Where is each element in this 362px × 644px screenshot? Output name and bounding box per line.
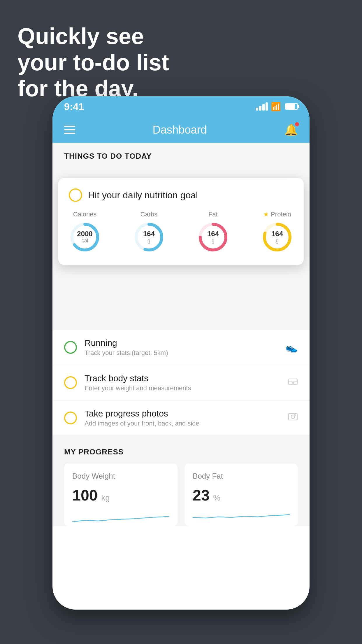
- carbs-label: Carbs: [140, 211, 158, 218]
- phone-mockup: 9:41 📶 Dashboard 🔔 THINGS TO: [52, 96, 310, 610]
- headline-line2: your to-do list: [17, 50, 169, 76]
- wifi-icon: 📶: [271, 102, 281, 111]
- progress-card-fat: Body Fat 23 %: [184, 463, 298, 526]
- fat-value: 164: [207, 230, 219, 238]
- stat-protein: ★ Protein 164 g: [261, 211, 293, 253]
- nutrition-check-circle: [69, 188, 82, 202]
- section-header: THINGS TO DO TODAY: [52, 143, 310, 167]
- notification-dot: [295, 122, 299, 126]
- stat-calories: Calories 2000 cal: [69, 211, 101, 253]
- status-icons: 📶: [256, 102, 298, 111]
- content-area: THINGS TO DO TODAY Hit your daily nutrit…: [52, 143, 310, 526]
- fat-donut: 164 g: [197, 221, 229, 253]
- photo-icon: [288, 412, 298, 424]
- headline-line1: Quickly see: [17, 23, 169, 50]
- todo-item-body-stats[interactable]: Track body stats Enter your weight and m…: [52, 365, 310, 400]
- scale-icon: [288, 377, 298, 389]
- todo-name-body-stats: Track body stats: [85, 373, 280, 383]
- todo-circle-photos: [64, 412, 77, 424]
- nutrition-stats: Calories 2000 cal Carbs: [69, 211, 293, 253]
- progress-section: MY PROGRESS Body Weight 100 kg: [52, 436, 310, 526]
- calories-unit: cal: [77, 238, 92, 244]
- todo-circle-running: [64, 341, 77, 354]
- protein-label: ★ Protein: [263, 211, 291, 218]
- app-header: Dashboard 🔔: [52, 117, 310, 143]
- body-weight-value: 100: [72, 487, 98, 504]
- fat-label: Fat: [208, 211, 218, 218]
- body-fat-value: 23: [193, 487, 210, 504]
- body-fat-unit: %: [213, 493, 220, 502]
- body-fat-chart: [193, 509, 290, 526]
- todo-text-running: Running Track your stats (target: 5km): [85, 338, 278, 357]
- stat-fat: Fat 164 g: [197, 211, 229, 253]
- nutrition-title: Hit your daily nutrition goal: [88, 190, 198, 201]
- body-fat-title: Body Fat: [193, 472, 290, 481]
- calories-donut: 2000 cal: [69, 221, 101, 253]
- nutrition-header: Hit your daily nutrition goal: [69, 188, 293, 202]
- protein-value: 164: [271, 230, 283, 238]
- body-weight-title: Body Weight: [72, 472, 169, 481]
- progress-cards: Body Weight 100 kg Body Fat 23: [64, 463, 298, 526]
- carbs-value: 164: [143, 230, 155, 238]
- body-weight-unit: kg: [101, 493, 110, 502]
- signal-icon: [256, 102, 268, 111]
- section-title: THINGS TO DO TODAY: [64, 152, 298, 161]
- todo-text-photos: Take progress photos Add images of your …: [85, 409, 280, 427]
- todo-item-photos[interactable]: Take progress photos Add images of your …: [52, 400, 310, 436]
- battery-icon: [285, 103, 298, 110]
- shoe-icon: 👟: [286, 342, 298, 353]
- todo-sub-photos: Add images of your front, back, and side: [85, 420, 280, 427]
- todo-name-running: Running: [85, 338, 278, 348]
- notification-icon[interactable]: 🔔: [284, 123, 298, 136]
- stat-carbs: Carbs 164 g: [133, 211, 165, 253]
- progress-card-weight: Body Weight 100 kg: [64, 463, 178, 526]
- todo-list: Running Track your stats (target: 5km) 👟…: [52, 330, 310, 436]
- calories-value: 2000: [77, 230, 92, 238]
- svg-point-10: [292, 382, 294, 384]
- todo-text-body-stats: Track body stats Enter your weight and m…: [85, 373, 280, 392]
- progress-title: MY PROGRESS: [64, 447, 298, 456]
- protein-donut: 164 g: [261, 221, 293, 253]
- todo-circle-body-stats: [64, 376, 77, 389]
- todo-sub-body-stats: Enter your weight and measurements: [85, 384, 280, 392]
- carbs-unit: g: [143, 238, 155, 244]
- protein-unit: g: [271, 238, 283, 244]
- header-title: Dashboard: [153, 124, 207, 136]
- todo-sub-running: Track your stats (target: 5km): [85, 349, 278, 357]
- todo-item-running[interactable]: Running Track your stats (target: 5km) 👟: [52, 330, 310, 365]
- body-weight-value-row: 100 kg: [72, 487, 169, 504]
- svg-rect-13: [294, 414, 296, 415]
- headline: Quickly see your to-do list for the day.: [17, 23, 169, 102]
- carbs-donut: 164 g: [133, 221, 165, 253]
- star-icon: ★: [263, 211, 269, 218]
- menu-icon[interactable]: [64, 126, 75, 134]
- fat-unit: g: [207, 238, 219, 244]
- status-bar: 9:41 📶: [52, 96, 310, 117]
- body-fat-value-row: 23 %: [193, 487, 290, 504]
- calories-label: Calories: [73, 211, 97, 218]
- status-time: 9:41: [64, 101, 84, 112]
- svg-point-12: [291, 415, 295, 419]
- body-weight-chart: [72, 509, 169, 526]
- todo-name-photos: Take progress photos: [85, 409, 280, 419]
- nutrition-card: Hit your daily nutrition goal Calories 2…: [58, 178, 304, 265]
